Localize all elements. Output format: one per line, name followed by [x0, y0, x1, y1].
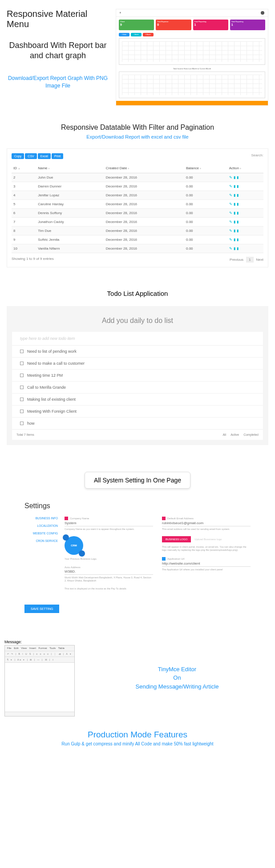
delete-icon[interactable]: ▮: [237, 211, 240, 215]
view-icon[interactable]: ▮: [234, 184, 237, 188]
range-button[interactable]: 6 Month: [143, 33, 154, 36]
company-input[interactable]: System: [65, 521, 153, 526]
avatar[interactable]: [261, 11, 264, 15]
page-number[interactable]: 1: [246, 257, 253, 263]
edit-icon[interactable]: ✎: [229, 202, 234, 206]
cell-balance: 0.00: [184, 218, 227, 227]
editor-body[interactable]: [5, 663, 74, 712]
edit-icon[interactable]: ✎: [229, 220, 234, 224]
checkbox-icon[interactable]: [20, 362, 24, 365]
settings-nav: BUSINESS INFO LOCALIZATION WEBSITE CONFI…: [24, 517, 58, 596]
cell-balance: 0.00: [184, 227, 227, 235]
mail-icon: [162, 517, 166, 520]
stat-card: Total Reporting1: [193, 20, 228, 30]
view-icon[interactable]: ▮: [234, 202, 237, 206]
col-action[interactable]: Action♦: [227, 163, 263, 173]
view-icon[interactable]: ▮: [234, 175, 237, 179]
todo-item: Call to Merilla Grande: [12, 381, 263, 393]
edit-icon[interactable]: ✎: [229, 211, 234, 215]
email-input[interactable]: robinbdseod1@gmail.com: [162, 521, 251, 526]
print-button[interactable]: Print: [52, 153, 63, 159]
delete-icon[interactable]: ▮: [237, 184, 240, 188]
business-logo-button[interactable]: BUSINESS LOGO: [162, 536, 191, 542]
todo-header: Add you daily to do list: [12, 311, 263, 332]
view-icon[interactable]: ▮: [234, 220, 237, 224]
delete-icon[interactable]: ▮: [237, 229, 240, 233]
editor-on: On: [84, 673, 271, 682]
url-input[interactable]: http://website.com/client: [162, 561, 251, 567]
delete-icon[interactable]: ▮: [237, 193, 240, 197]
menu-icon[interactable]: ≡: [120, 11, 121, 15]
address-input[interactable]: W3BD.: [65, 569, 153, 575]
filter-active[interactable]: Active: [231, 433, 239, 436]
editor-menubar[interactable]: File Edit View Insert Format Tools Table: [5, 645, 74, 651]
todo-app: Add you daily to do list type here to ad…: [7, 306, 268, 445]
checkbox-icon[interactable]: [20, 398, 24, 401]
edit-icon[interactable]: ✎: [229, 193, 234, 197]
cell-name: Jenifar Lopaz: [36, 191, 104, 200]
delete-icon[interactable]: ▮: [237, 247, 240, 251]
next-button[interactable]: Next: [256, 258, 263, 262]
view-icon[interactable]: ▮: [234, 238, 237, 242]
editor-toolbar[interactable]: ↶ ↷ | B I U S | ≡ ≡ ≡ ≡ | ⋮ ≔ | A ▾: [5, 651, 74, 657]
checkbox-icon[interactable]: [20, 350, 24, 353]
col-balance[interactable]: Balance♦: [184, 163, 227, 173]
cell-date: December 28, 2016: [104, 209, 184, 218]
excel-button[interactable]: Excel: [38, 153, 51, 159]
range-button[interactable]: 1 Month: [131, 33, 142, 36]
sort-icon: ♦: [49, 167, 50, 170]
col-name[interactable]: Name♦: [36, 163, 104, 173]
edit-icon[interactable]: ✎: [229, 238, 234, 242]
table-row: 5Caroline HardayDecember 28, 20160.00✎▮▮: [12, 200, 263, 209]
view-icon[interactable]: ▮: [234, 211, 237, 215]
dashboard-preview: ≡ Client9 Total Expense0 Total Reporting…: [116, 9, 268, 106]
sort-icon: ♦: [200, 167, 201, 170]
cell-id: 3: [12, 182, 36, 191]
filter-completed[interactable]: Completed: [243, 433, 259, 436]
save-button[interactable]: SAVE SETTING: [24, 605, 59, 613]
delete-icon[interactable]: ▮: [237, 238, 240, 242]
todo-text: Need to make a call to customer: [27, 361, 85, 366]
delete-icon[interactable]: ▮: [237, 175, 240, 179]
edit-icon[interactable]: ✎: [229, 247, 234, 251]
nav-cron-service[interactable]: CRON SERVICE: [24, 539, 58, 542]
checkbox-icon[interactable]: [20, 410, 24, 413]
copy-button[interactable]: Copy: [12, 153, 24, 159]
csv-button[interactable]: CSV: [25, 153, 36, 159]
cell-name: Softric Jemila: [36, 235, 104, 244]
view-icon[interactable]: ▮: [234, 193, 237, 197]
filter-all[interactable]: All: [222, 433, 226, 436]
sort-icon: ♦: [240, 167, 241, 170]
section-title: Todo List Application: [7, 290, 268, 297]
view-icon[interactable]: ▮: [234, 229, 237, 233]
field-label: Default Email Address: [167, 517, 194, 520]
edit-icon[interactable]: ✎: [229, 229, 234, 233]
todo-input[interactable]: type here to add new todo item: [12, 332, 263, 345]
edit-icon[interactable]: ✎: [229, 184, 234, 188]
editor-toolbar[interactable]: ¶ ▾ | Aa ▾ | ⊞ | — | ⌘ | ◊: [5, 657, 74, 663]
checkbox-icon[interactable]: [20, 422, 24, 425]
view-icon[interactable]: ▮: [234, 247, 237, 251]
nav-localization[interactable]: LOCALIZATION: [24, 524, 58, 527]
download-link[interactable]: Download/Export Report Graph With PNG Im…: [7, 75, 109, 90]
col-id[interactable]: ID▲: [12, 163, 36, 173]
checkbox-icon[interactable]: [20, 374, 24, 377]
edit-icon[interactable]: ✎: [229, 175, 234, 179]
field-label: Company Name: [70, 517, 89, 520]
col-date[interactable]: Created Date♦: [104, 163, 184, 173]
range-button[interactable]: 1 Week: [119, 33, 129, 36]
nav-business-info[interactable]: BUSINESS INFO: [24, 517, 58, 520]
table-row: 10Vanilla NifarmDecember 28, 20160.00✎▮▮: [12, 244, 263, 253]
delete-icon[interactable]: ▮: [237, 202, 240, 206]
todo-item: Making list of existing client: [12, 393, 263, 405]
section-subtitle: Export/Download Report with excel and cs…: [7, 134, 268, 139]
nav-website-config[interactable]: WEBSITE CONFIG: [24, 532, 58, 535]
checkbox-icon[interactable]: [20, 386, 24, 389]
field-label: Auto Address: [65, 566, 153, 569]
upload-text[interactable]: Upload Bussiness logo: [194, 538, 222, 541]
prev-button[interactable]: Previous: [230, 258, 243, 262]
dashboard-text: Responsive Material Menu Dashboard With …: [7, 9, 109, 106]
search-label[interactable]: Search:: [251, 153, 263, 159]
delete-icon[interactable]: ▮: [237, 220, 240, 224]
export-buttons: Copy CSV Excel Print: [12, 153, 63, 159]
